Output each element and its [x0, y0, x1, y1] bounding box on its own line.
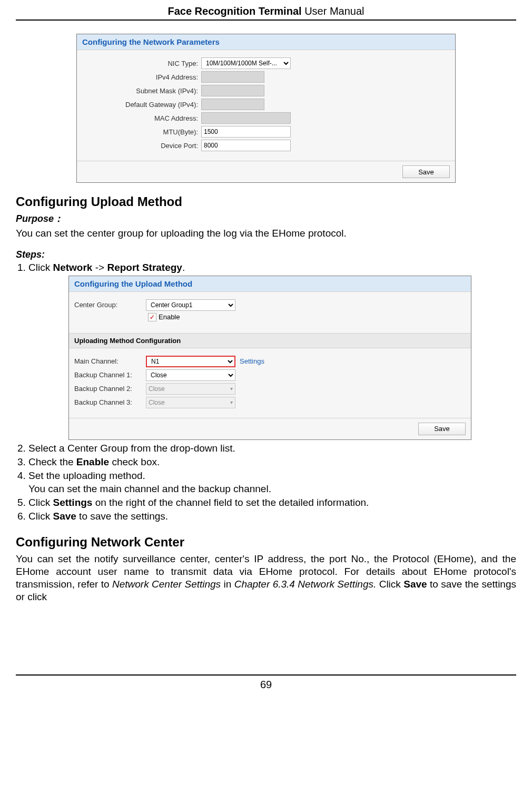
page-number: 69: [260, 679, 272, 690]
ipv4-label: IPv4 Address:: [87, 73, 198, 81]
gateway-label: Default Gateway (IPv4):: [87, 101, 198, 109]
main-channel-select[interactable]: N1: [146, 356, 235, 367]
port-label: Device Port:: [87, 142, 198, 150]
nic-type-label: NIC Type:: [87, 60, 198, 67]
header-title-rest: User Manual: [304, 5, 364, 17]
backup3-label: Backup Channel 3:: [74, 398, 143, 406]
center-group-label: Center Group:: [74, 301, 143, 309]
step-4-sub: You can set the main channel and the bac…: [28, 483, 516, 495]
upload-config-subheader: Uploading Method Configuration: [69, 333, 471, 348]
network-params-screenshot: Configuring the Network Parameters NIC T…: [76, 34, 456, 183]
mtu-label: MTU(Byte):: [87, 128, 198, 136]
save-button[interactable]: Save: [402, 165, 450, 178]
gateway-input[interactable]: [201, 99, 264, 110]
step-3: Check the Enable check box.: [28, 456, 516, 468]
panel-title: Configuring the Network Parameters: [77, 34, 455, 50]
settings-link[interactable]: Settings: [240, 357, 264, 365]
page-header: Face Recognition Terminal User Manual: [16, 5, 516, 21]
backup1-select[interactable]: Close: [146, 369, 235, 381]
panel-title-upload: Configuring the Upload Method: [69, 276, 471, 292]
save-button-upload[interactable]: Save: [418, 423, 466, 435]
backup3-select[interactable]: Close: [146, 397, 235, 408]
upload-method-screenshot: Configuring the Upload Method Center Gro…: [68, 276, 471, 440]
netcenter-para: You can set the notify surveillance cent…: [16, 553, 516, 604]
mac-input[interactable]: [201, 112, 291, 124]
center-group-select[interactable]: Center Group1: [146, 299, 235, 311]
steps-list: Click Network -> Report Strategy.: [16, 261, 516, 274]
purpose-label: Purpose：: [16, 212, 516, 225]
steps-list-cont: Select a Center Group from the drop-down…: [16, 442, 516, 523]
section-upload-title: Configuring Upload Method: [16, 194, 516, 209]
step-5: Click Settings on the right of the chann…: [28, 496, 516, 509]
section-netcenter-title: Configuring Network Center: [16, 535, 516, 550]
ipv4-input[interactable]: [201, 71, 264, 83]
steps-label: Steps:: [16, 249, 516, 260]
nic-type-select[interactable]: 10M/100M/1000M Self-...: [201, 57, 291, 69]
header-title-bold: Face Recognition Terminal: [168, 5, 301, 17]
backup2-label: Backup Channel 2:: [74, 385, 143, 393]
backup2-select[interactable]: Close: [146, 383, 235, 395]
main-channel-label: Main Channel:: [74, 357, 143, 365]
purpose-text: You can set the center group for uploadi…: [16, 227, 516, 240]
mac-label: MAC Address:: [87, 114, 198, 122]
subnet-label: Subnet Mask (IPv4):: [87, 87, 198, 95]
step-6: Click Save to save the settings.: [28, 510, 516, 523]
mtu-input[interactable]: [201, 126, 291, 138]
enable-checkbox[interactable]: ✓: [148, 313, 156, 321]
page-footer: 69: [16, 674, 516, 691]
step-4: Set the uploading method. You can set th…: [28, 469, 516, 495]
step-2: Select a Center Group from the drop-down…: [28, 442, 516, 455]
step-1: Click Network -> Report Strategy.: [28, 261, 516, 274]
enable-label: Enable: [159, 313, 180, 321]
subnet-input[interactable]: [201, 85, 264, 96]
port-input[interactable]: [201, 140, 291, 151]
backup1-label: Backup Channel 1:: [74, 371, 143, 379]
